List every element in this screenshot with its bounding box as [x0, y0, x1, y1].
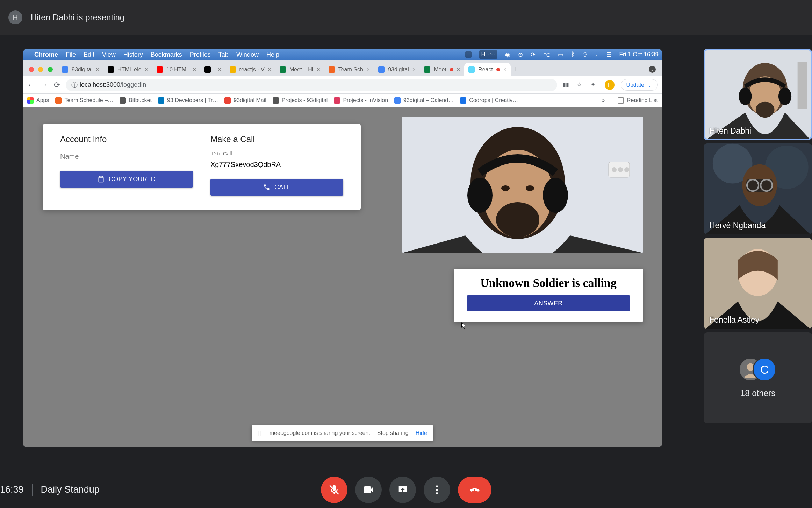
profile-avatar[interactable]: H — [605, 80, 615, 90]
mac-menu-item[interactable]: Profiles — [190, 51, 211, 58]
close-tab-icon[interactable]: × — [218, 66, 221, 73]
battery-icon[interactable]: ▭ — [558, 51, 563, 58]
tab-search-button[interactable]: ⌄ — [649, 66, 656, 73]
bookmark-star-icon[interactable]: ☆ — [577, 81, 584, 89]
copy-id-button[interactable]: COPY YOUR ID — [60, 171, 193, 188]
address-bar[interactable]: ⓘ localhost:3000/loggedIn — [66, 79, 557, 91]
screen-share-bar: || meet.google.com is sharing your scree… — [252, 425, 433, 441]
back-button[interactable]: ← — [27, 80, 35, 90]
bookmark-favicon-icon — [394, 97, 401, 104]
bookmark-item[interactable]: Projects - 93digital — [273, 97, 328, 104]
bookmark-item[interactable]: Team Schedule –… — [55, 97, 113, 104]
others-tile[interactable]: C 18 others — [704, 332, 812, 423]
mac-menu-item[interactable]: Edit — [84, 51, 94, 58]
favicon-icon — [62, 66, 68, 73]
menubar-icon[interactable]: ◉ — [505, 51, 510, 58]
new-tab-button[interactable]: + — [513, 64, 518, 73]
id-input[interactable] — [210, 158, 286, 171]
control-center-icon[interactable]: ☰ — [606, 51, 612, 58]
close-tab-icon[interactable]: × — [96, 66, 99, 73]
browser-tab[interactable]: Team Sch× — [324, 63, 374, 76]
close-tab-icon[interactable]: × — [317, 66, 320, 73]
close-tab-icon[interactable]: × — [457, 66, 460, 73]
participant-tile[interactable]: Hiten Dabhi — [704, 49, 812, 140]
favicon-icon — [329, 66, 335, 73]
close-tab-icon[interactable]: × — [412, 66, 416, 73]
bookmark-item[interactable]: 93 Developers | Tr… — [158, 97, 218, 104]
mac-menu-item[interactable]: View — [102, 51, 116, 58]
participant-strip: Hiten Dabhi Hervé Ngbanda Fenella Astley — [704, 49, 812, 423]
participant-tile[interactable]: Hervé Ngbanda — [704, 143, 812, 234]
bookmark-item[interactable]: Bitbucket — [120, 97, 152, 104]
forward-button[interactable]: → — [41, 80, 48, 90]
update-button[interactable]: Update⋮ — [621, 79, 658, 91]
apps-button[interactable]: Apps — [27, 97, 49, 104]
stop-sharing-button[interactable]: Stop sharing — [377, 430, 409, 436]
reading-list-button[interactable]: Reading List — [618, 97, 658, 104]
reload-button[interactable]: ⟳ — [54, 80, 60, 90]
bookmark-item[interactable]: Codrops | Creativ… — [460, 97, 518, 104]
name-input[interactable] — [60, 150, 135, 163]
hide-sharebar-button[interactable]: Hide — [416, 430, 427, 436]
browser-tab[interactable]: Meet× — [420, 63, 464, 76]
extensions-icon[interactable]: ✦ — [591, 81, 598, 89]
browser-tab[interactable]: 10 HTML× — [152, 63, 200, 76]
pause-share-icon[interactable]: || — [258, 430, 262, 436]
close-tab-icon[interactable]: × — [268, 66, 271, 73]
menubar-icon[interactable]: H-:-- — [479, 50, 497, 59]
camera-button[interactable] — [355, 477, 382, 503]
mac-app-name[interactable]: Chrome — [34, 51, 58, 58]
others-count: 18 others — [740, 388, 775, 398]
wifi-icon[interactable]: ⚆ — [582, 51, 588, 58]
make-call-title: Make a Call — [210, 134, 343, 144]
mac-menu-item[interactable]: Help — [266, 51, 279, 58]
close-tab-icon[interactable]: × — [367, 66, 370, 73]
bookmark-favicon-icon — [55, 97, 62, 104]
browser-tab[interactable]: 93digital× — [374, 63, 420, 76]
site-info-icon[interactable]: ⓘ — [71, 81, 78, 89]
window-minimize-icon[interactable] — [38, 67, 43, 72]
mic-button[interactable] — [321, 477, 347, 503]
menubar-icon[interactable]: ⊙ — [518, 51, 523, 58]
answer-button[interactable]: ANSWER — [467, 295, 630, 311]
bookmark-item[interactable]: 93digital Mail — [224, 97, 266, 104]
call-button[interactable]: CALL — [210, 179, 343, 196]
mac-menu-item[interactable]: History — [123, 51, 143, 58]
close-tab-icon[interactable]: × — [503, 66, 506, 73]
participant-tile[interactable]: Fenella Astley — [704, 238, 812, 329]
tab-title: 93digital — [72, 66, 93, 73]
mac-menu-item[interactable]: Bookmarks — [151, 51, 182, 58]
window-close-icon[interactable] — [29, 67, 34, 72]
present-button[interactable] — [389, 477, 416, 503]
bookmark-favicon-icon — [460, 97, 466, 104]
search-icon[interactable]: ⌕ — [595, 51, 599, 58]
menubar-icon[interactable] — [465, 51, 472, 58]
menubar-icon[interactable]: ⟳ — [531, 51, 536, 58]
mac-menu-item[interactable]: File — [66, 51, 76, 58]
svg-point-30 — [501, 185, 510, 191]
more-button[interactable] — [424, 477, 450, 503]
bluetooth-icon[interactable]: ᛒ — [571, 51, 575, 58]
close-tab-icon[interactable]: × — [145, 66, 148, 73]
bookmark-item[interactable]: Projects - InVision — [334, 97, 388, 104]
window-zoom-icon[interactable] — [48, 67, 53, 72]
mac-menu-item[interactable]: Window — [236, 51, 259, 58]
favicon-icon — [280, 66, 286, 73]
tab-title: 93digital — [388, 66, 409, 73]
mac-menu-item[interactable]: Tab — [218, 51, 229, 58]
menubar-icon[interactable]: ⌥ — [543, 51, 550, 58]
browser-tab[interactable]: Meet – Hi× — [275, 63, 324, 76]
browser-tab[interactable]: reactjs - V× — [225, 63, 275, 76]
hangup-button[interactable] — [458, 477, 491, 503]
svg-point-25 — [618, 167, 623, 172]
browser-tab[interactable]: React× — [464, 63, 511, 76]
bookmark-item[interactable]: 93digital – Calend… — [394, 97, 454, 104]
browser-tab[interactable]: HTML ele× — [103, 63, 152, 76]
mac-clock[interactable]: Fri 1 Oct 16:39 — [619, 51, 659, 58]
camera-indicator-icon[interactable]: ▮▮ — [563, 81, 570, 89]
browser-tab[interactable]: :× — [200, 63, 225, 76]
close-tab-icon[interactable]: × — [193, 66, 196, 73]
bookmarks-overflow[interactable]: » — [602, 97, 605, 104]
browser-tab[interactable]: 93digital× — [58, 63, 103, 76]
phone-icon — [263, 184, 270, 191]
